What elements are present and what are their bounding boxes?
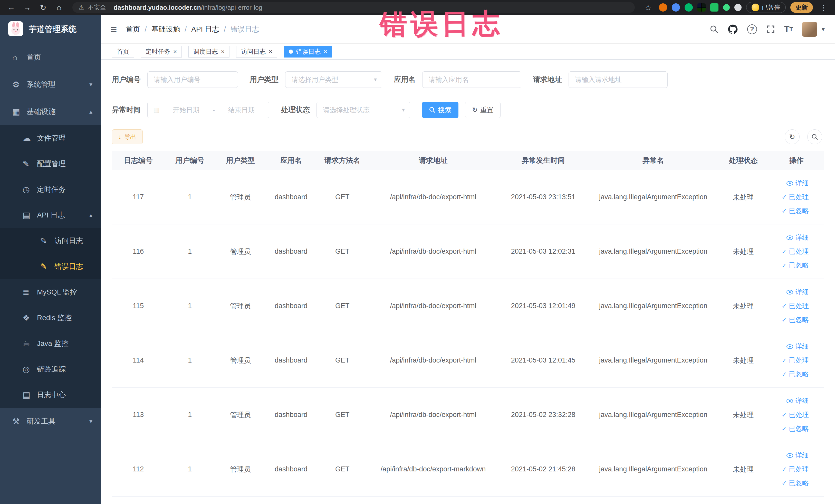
sidebar-item-system-management[interactable]: ⚙ 系统管理 ▾ [0,71,101,98]
address-bar[interactable]: ⚠ 不安全 dashboard.yudao.iocoder.cn/infra/l… [73,2,635,13]
sidebar-item-error-log[interactable]: ✎ 错误日志 [0,254,101,279]
exception-time-range-picker[interactable]: ▦ 开始日期 - 结束日期 [147,102,269,118]
sidebar-item-dev-tools[interactable]: ⚒ 研发工具 ▾ [0,408,101,435]
detail-link[interactable]: 详细 [769,176,809,190]
eye-icon [786,289,793,295]
github-icon[interactable] [728,24,738,35]
breadcrumb-api-logs[interactable]: API 日志 [191,24,219,34]
sidebar-item-redis-monitor[interactable]: ❖ Redis 监控 [0,305,101,331]
cell-exception-name: java.lang.IllegalArgumentException [588,388,718,442]
sidebar-item-mysql-monitor[interactable]: ≣ MySQL 监控 [0,279,101,305]
user-avatar[interactable] [802,22,817,37]
chevron-up-icon: ▴ [89,108,93,115]
fullscreen-icon[interactable] [766,25,775,34]
ignored-link[interactable]: ✓ 已忽略 [769,313,809,327]
update-button[interactable]: 更新 [790,2,813,13]
sidebar-item-access-log[interactable]: ✎ 访问日志 [0,228,101,254]
table-row: 113 1 管理员 dashboard GET /api/infra/db-do… [112,388,824,442]
extension-icon[interactable] [723,4,730,11]
user-type-select[interactable]: 请选择用户类型 ▾ [285,72,382,88]
detail-link[interactable]: 详细 [769,285,809,299]
extension-icon[interactable] [672,3,680,12]
reset-button[interactable]: ↻ 重置 [465,102,501,118]
tab-close-icon[interactable]: × [221,48,225,55]
bookmark-star-icon[interactable]: ☆ [642,3,654,12]
search-icon[interactable] [710,25,718,34]
breadcrumb: 首页 / 基础设施 / API 日志 / 错误日志 [126,24,259,34]
extension-icon[interactable] [697,3,706,12]
sidebar-item-infrastructure[interactable]: ▦ 基础设施 ▴ [0,98,101,125]
extension-icon[interactable] [659,3,667,12]
sidebar-item-java-monitor[interactable]: ☕ Java 监控 [0,331,101,356]
tab-close-icon[interactable]: × [269,48,272,55]
tab-home[interactable]: 首页 [112,46,134,58]
processed-link[interactable]: ✓ 已处理 [769,462,809,476]
sidebar-item-config-management[interactable]: ✎ 配置管理 [0,151,101,177]
search-button[interactable]: 搜索 [422,102,459,118]
extension-icon[interactable] [685,3,693,12]
help-icon[interactable]: ? [747,24,757,34]
check-icon: ✓ [781,411,787,419]
process-status-select[interactable]: 请选择处理状态 ▾ [317,102,410,118]
processed-link[interactable]: ✓ 已处理 [769,190,809,204]
request-url-input[interactable] [569,72,668,88]
browser-menu-kebab-icon[interactable]: ⋮ [817,3,830,12]
tab-access-log[interactable]: 访问日志 × [236,46,277,58]
tab-error-log[interactable]: 错误日志 × [284,46,332,58]
ignored-link[interactable]: ✓ 已忽略 [769,259,809,273]
sidebar-item-scheduled-tasks[interactable]: ◷ 定时任务 [0,177,101,202]
ignored-link[interactable]: ✓ 已忽略 [769,204,809,218]
sync-paused-button[interactable]: 已暂停 [746,2,786,13]
tab-close-icon[interactable]: × [324,48,327,55]
tab-schedule-log[interactable]: 调度日志 × [188,46,229,58]
forward-icon[interactable]: → [21,3,33,12]
ignored-link[interactable]: ✓ 已忽略 [769,422,809,436]
breadcrumb-home[interactable]: 首页 [126,24,140,34]
sidebar-toggle-icon[interactable]: ≡ [110,24,117,35]
cell-request-url: /api/infra/db-doc/export-html [368,388,498,442]
monitor-icon: ▦ [12,107,24,117]
cell-method: GET [316,442,368,497]
tab-timed-task[interactable]: 定时任务 × [141,46,182,58]
ignored-link[interactable]: ✓ 已忽略 [769,367,809,381]
processed-link[interactable]: ✓ 已处理 [769,245,809,259]
table-row: 117 1 管理员 dashboard GET /api/infra/db-do… [112,170,824,224]
processed-link[interactable]: ✓ 已处理 [769,408,809,422]
app-name-input[interactable] [422,72,521,88]
sidebar-item-link-tracing[interactable]: ◎ 链路追踪 [0,356,101,382]
security-label: 不安全 [88,3,106,12]
app-name-label: 应用名 [394,75,415,84]
user-id-input[interactable] [147,72,238,88]
breadcrumb-infrastructure[interactable]: 基础设施 [151,24,180,34]
sidebar-item-file-management[interactable]: ☁ 文件管理 [0,125,101,151]
ignored-link[interactable]: ✓ 已忽略 [769,476,809,490]
back-icon[interactable]: ← [5,3,18,12]
cell-app-name: dashboard [266,333,316,388]
sidebar-item-log-center[interactable]: ▤ 日志中心 [0,382,101,408]
extension-icon[interactable] [734,4,741,11]
processed-link[interactable]: ✓ 已处理 [769,354,809,367]
browser-home-icon[interactable]: ⌂ [53,3,65,12]
toggle-search-button[interactable] [807,129,822,144]
sidebar-item-api-logs[interactable]: ▤ API 日志 ▴ [0,202,101,228]
detail-link[interactable]: 详细 [769,231,809,245]
avatar-caret-icon[interactable]: ▾ [822,26,825,33]
export-button[interactable]: ↓ 导出 [112,129,143,144]
sidebar-item-home[interactable]: ⌂ 首页 [0,44,101,71]
detail-link[interactable]: 详细 [769,448,809,462]
eye-icon [786,181,793,186]
edit-doc-icon: ✎ [40,236,51,246]
sidebar-logo-row[interactable]: 芋道管理系统 [0,15,101,44]
cell-user-type: 管理员 [215,442,266,497]
extension-icon[interactable] [710,3,718,12]
column-request-url: 请求地址 [368,151,498,170]
font-size-icon[interactable]: TT [784,24,793,34]
reload-icon[interactable]: ↻ [37,3,49,12]
detail-link[interactable]: 详细 [769,340,809,354]
column-exception-time: 异常发生时间 [498,151,588,170]
refresh-table-button[interactable]: ↻ [785,129,799,144]
browser-extensions-area: ☆ 已暂停 更新 ⋮ [642,2,830,13]
detail-link[interactable]: 详细 [769,394,809,408]
tab-close-icon[interactable]: × [173,48,177,55]
processed-link[interactable]: ✓ 已处理 [769,299,809,313]
